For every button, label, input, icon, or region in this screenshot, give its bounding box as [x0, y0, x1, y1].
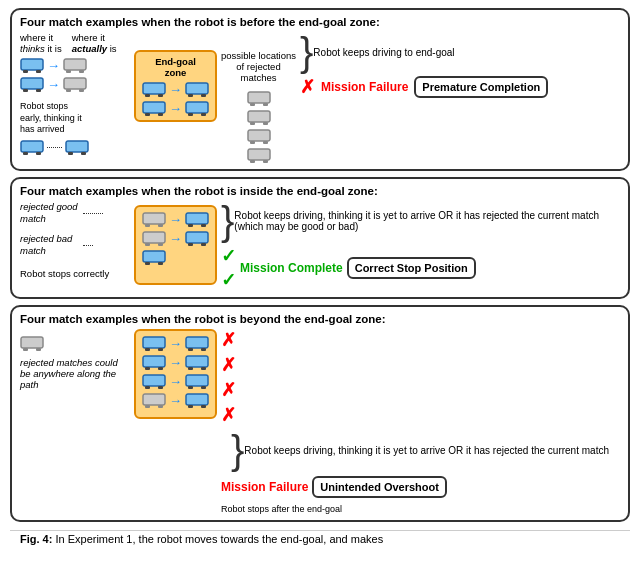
svg-rect-44 [158, 224, 163, 227]
check-2: ✓ [221, 269, 236, 291]
svg-rect-66 [143, 356, 165, 367]
svg-rect-2 [36, 70, 41, 73]
panel2-zone: → → [134, 205, 217, 285]
svg-rect-35 [263, 122, 268, 125]
robot-gray-1 [63, 57, 87, 73]
svg-rect-18 [143, 83, 165, 94]
svg-rect-39 [248, 149, 270, 160]
panel3-outcome-box: Unintended Overshoot [312, 476, 447, 498]
brace-2: } [221, 201, 234, 241]
robot-zone-1 [142, 81, 166, 97]
svg-rect-49 [145, 243, 150, 246]
svg-rect-16 [68, 152, 73, 155]
svg-rect-72 [143, 375, 165, 386]
svg-rect-52 [188, 243, 193, 246]
panel2-right: } Robot keeps driving, thinking it is ye… [221, 201, 620, 291]
svg-rect-36 [248, 130, 270, 141]
panel2-outcomes: ✓ ✓ Mission Complete Correct Stop Positi… [221, 245, 620, 291]
svg-rect-4 [66, 70, 71, 73]
svg-rect-55 [145, 262, 150, 265]
svg-rect-29 [201, 113, 206, 116]
svg-rect-27 [186, 102, 208, 113]
svg-rect-19 [145, 94, 150, 97]
x-3-2: ✗ [221, 354, 236, 376]
svg-rect-32 [263, 103, 268, 106]
panel2-left: rejected good match rejected bad match R… [20, 201, 130, 281]
panel3-left: rejected matches could be anywhere along… [20, 329, 130, 390]
svg-rect-63 [186, 337, 208, 348]
panel1-title: Four match examples when the robot is be… [20, 16, 620, 28]
panel-1: Four match examples when the robot is be… [10, 8, 630, 171]
svg-rect-73 [145, 386, 150, 389]
svg-rect-45 [186, 213, 208, 224]
svg-rect-6 [21, 78, 43, 89]
svg-rect-48 [143, 232, 165, 243]
svg-rect-82 [188, 405, 193, 408]
panel2-right-text: Robot keeps driving, thinking it is yet … [234, 210, 620, 232]
svg-rect-22 [188, 94, 193, 97]
svg-rect-14 [36, 152, 41, 155]
svg-rect-64 [188, 348, 193, 351]
robot-possible-2 [247, 109, 271, 125]
svg-rect-42 [143, 213, 165, 224]
panel1-outcome-box: Premature Completion [414, 76, 548, 98]
svg-rect-69 [186, 356, 208, 367]
svg-rect-0 [21, 59, 43, 70]
robot-blue-1 [20, 57, 44, 73]
panel1-mission: Mission Failure [321, 80, 408, 94]
svg-rect-74 [158, 386, 163, 389]
svg-rect-57 [21, 337, 43, 348]
svg-rect-83 [201, 405, 206, 408]
svg-rect-31 [250, 103, 255, 106]
check-1: ✓ [221, 245, 236, 267]
panel2-title: Four match examples when the robot is in… [20, 185, 620, 197]
panel3-outcome: Mission Failure Unintended Overshoot [221, 476, 620, 498]
panel3-right-text: Robot keeps driving, thinking it is yet … [244, 445, 609, 456]
svg-rect-75 [186, 375, 208, 386]
svg-rect-62 [158, 348, 163, 351]
svg-rect-33 [248, 111, 270, 122]
svg-rect-81 [186, 394, 208, 405]
panel2-content: rejected good match rejected bad match R… [20, 201, 620, 291]
svg-rect-34 [250, 122, 255, 125]
panel3-stops-label: Robot stops after the end-goal [221, 504, 620, 514]
robot-possible-4 [247, 147, 271, 163]
robot-possible-3 [247, 128, 271, 144]
panel3-content: rejected matches could be anywhere along… [20, 329, 620, 514]
svg-rect-61 [145, 348, 150, 351]
robot-blue-small [20, 139, 44, 155]
svg-rect-76 [188, 386, 193, 389]
panel1-zone: End-goalzone → → [134, 50, 217, 122]
svg-rect-7 [23, 89, 28, 92]
svg-rect-12 [21, 141, 43, 152]
panel3-right: ✗ ✗ ✗ ✗ } Robot keeps driving, thinking … [221, 329, 620, 514]
robot-p3-left [20, 335, 44, 351]
svg-rect-70 [188, 367, 193, 370]
svg-rect-40 [250, 160, 255, 163]
svg-rect-10 [66, 89, 71, 92]
svg-rect-71 [201, 367, 206, 370]
svg-rect-37 [250, 141, 255, 144]
panel-2: Four match examples when the robot is in… [10, 177, 630, 299]
panel2-outcome-box: Correct Stop Position [347, 257, 476, 279]
panel1-right-text: Robot keeps driving to end-goal [313, 47, 454, 58]
robot-zone-2 [185, 81, 209, 97]
robot-blue-2 [20, 76, 44, 92]
fig-caption-bold: Fig. 4: [20, 533, 52, 545]
svg-rect-79 [145, 405, 150, 408]
actually-col-label: where it actually is [72, 32, 117, 54]
svg-rect-58 [23, 348, 28, 351]
panel1-row4 [20, 139, 130, 155]
panel1-row3: Robot stops early, thinking it has arriv… [20, 101, 130, 136]
svg-rect-9 [64, 78, 86, 89]
robot-zone-3 [142, 100, 166, 116]
panel1-content: where it thinks it is where it actually … [20, 32, 620, 163]
svg-rect-21 [186, 83, 208, 94]
svg-rect-15 [66, 141, 88, 152]
brace-1: } [300, 32, 313, 72]
robot-possible-1 [247, 90, 271, 106]
svg-rect-56 [158, 262, 163, 265]
svg-rect-13 [23, 152, 28, 155]
svg-rect-68 [158, 367, 163, 370]
main-container: Four match examples when the robot is be… [0, 0, 640, 551]
